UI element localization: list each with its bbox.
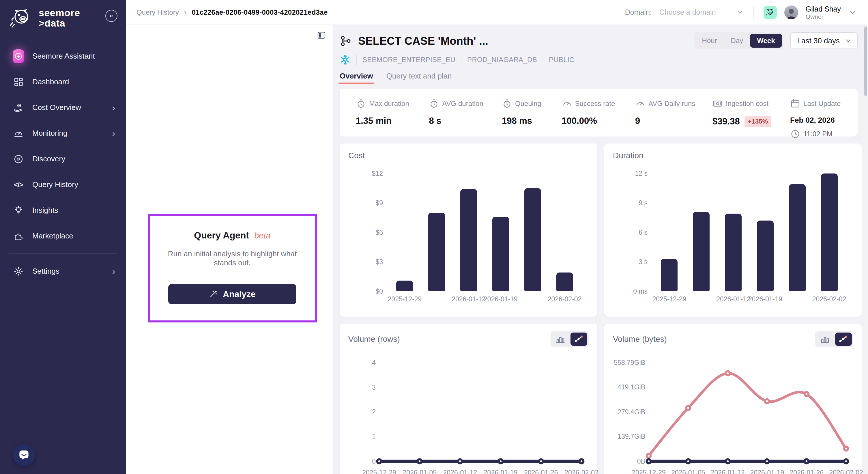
x-axis-tick: 2026-01-19 [742, 295, 788, 303]
stat-max-duration: Max duration1.35 min [356, 98, 429, 137]
x-axis-tick: 2025-12-29 [381, 295, 428, 303]
sidebar: seemore >data « Seemore Assistant Dashbo… [0, 0, 126, 474]
panel-collapse-icon[interactable] [317, 31, 326, 40]
analyze-button[interactable]: Analyze [168, 284, 297, 304]
sidebar-item-label: Monitoring [32, 129, 67, 138]
chart-title: Duration [613, 151, 644, 160]
bar-2026-01-26 [524, 188, 541, 291]
sidebar-item-label: Insights [32, 206, 58, 215]
y-axis-tick: 12 s [613, 170, 648, 178]
chart-title: Cost [348, 151, 365, 160]
breadcrumb-query-history[interactable]: Query History [136, 8, 179, 17]
stat-last-update: Last UpdateFeb 02, 202611:02 PM [790, 98, 858, 137]
bar-2026-01-19 [492, 217, 509, 291]
sidebar-item-monitoring[interactable]: Monitoring › [0, 120, 126, 146]
bar-2025-12-29 [396, 280, 413, 291]
breadcrumb-chevron-icon: › [184, 8, 187, 17]
chart-card-duration: Duration12 s9 s6 s3 s0 ms2025-12-292026-… [604, 144, 862, 317]
y-axis-tick: 6 s [613, 229, 648, 236]
stat-avg-daily-runs: AVG Daily runs9 [635, 98, 712, 137]
user-role: Owner [806, 13, 841, 20]
database-name: PROD_NIAGARA_DB [467, 56, 537, 64]
granularity-hour-button[interactable]: Hour [695, 34, 724, 48]
user-menu-chevron-icon[interactable] [848, 8, 857, 17]
chart-type-toggle [815, 331, 853, 347]
sidebar-item-settings[interactable]: Settings › [0, 258, 126, 284]
x-axis-tick: 2026-02-02 [806, 295, 852, 303]
user-avatar[interactable] [784, 5, 798, 19]
chat-widget-button[interactable] [13, 444, 35, 466]
clock-icon [790, 129, 801, 139]
sidebar-item-insights[interactable]: Insights [0, 198, 126, 223]
sidebar-item-dashboard[interactable]: Dashboard [0, 69, 126, 95]
scrollbar-thumb[interactable] [864, 27, 867, 96]
sidebar-item-cost-overview[interactable]: Cost Overview › [0, 95, 126, 120]
bar-2026-01-05 [428, 213, 445, 291]
tab-query-text-and-plan[interactable]: Query text and plan [386, 71, 452, 84]
detail-tabs: OverviewQuery text and plan [340, 71, 858, 84]
workspace-icon[interactable] [764, 6, 777, 19]
stat-label: Queuing [515, 99, 541, 108]
y-axis-tick: $3 [348, 258, 383, 266]
user-info[interactable]: Gilad Shay Owner [806, 5, 841, 20]
stat-success-rate: Success rate100.00% [562, 98, 635, 137]
domain-label: Domain: [625, 8, 652, 17]
x-axis-tick: 2026-02-02 [823, 469, 868, 474]
discovery-icon [13, 153, 24, 165]
schema-name: PUBLIC [549, 56, 575, 64]
domain-select[interactable]: Choose a domain [659, 8, 744, 17]
stat-value: Feb 02, 2026 [790, 116, 858, 125]
chart-plot-area: 432102025-12-292026-01-052026-01-122026-… [348, 347, 589, 474]
bar-2025-12-29 [661, 259, 678, 291]
sidebar-item-discovery[interactable]: Discovery [0, 146, 126, 172]
bar-chart-toggle-button[interactable] [817, 332, 833, 346]
analyze-button-label: Analyze [223, 289, 255, 299]
granularity-week-button[interactable]: Week [750, 34, 782, 48]
stopwatch-icon [429, 98, 439, 109]
meta-divider [543, 55, 543, 65]
chart-card-volume-rows-: Volume (rows) 432102025-12-292026-01-052… [340, 324, 597, 474]
bar-2026-02-02 [556, 272, 573, 291]
chart-card-cost: Cost$12$9$6$3$02025-12-292026-01-122026-… [340, 144, 597, 317]
sidebar-collapse-button[interactable]: « [105, 10, 118, 22]
brand-logo: seemore >data « [0, 0, 126, 30]
breadcrumb-query-id: 01c226ae-0206-0499-0003-4202021ed3ae [192, 8, 328, 17]
line-chart-toggle-button[interactable] [570, 332, 587, 346]
sidebar-item-query-history[interactable]: </> Query History [0, 172, 126, 198]
bar-chart-toggle-button[interactable] [552, 332, 569, 346]
settings-icon [13, 266, 24, 277]
y-axis-tick: $6 [348, 229, 383, 236]
sidebar-item-label: Settings [32, 267, 59, 276]
stopwatch-icon [356, 98, 366, 109]
line-chart-toggle-button[interactable] [835, 332, 852, 346]
insights-icon [13, 205, 24, 216]
query-history-icon: </> [13, 179, 24, 190]
top-header: Query History › 01c226ae-0206-0499-0003-… [126, 0, 868, 25]
sidebar-nav: Seemore Assistant Dashboard Cost Overvie… [0, 43, 126, 284]
bar-2026-02-02 [821, 174, 838, 291]
sidebar-item-label: Query History [32, 180, 78, 189]
chart-title: Volume (bytes) [613, 334, 667, 344]
x-axis-tick: 2026-01-26 [518, 469, 564, 474]
granularity-day-button[interactable]: Day [724, 34, 750, 48]
page-scrollbar[interactable] [863, 25, 868, 474]
date-range-value: Last 30 days [797, 36, 840, 45]
date-range-select[interactable]: Last 30 days [790, 32, 858, 49]
bar-2026-01-26 [789, 184, 806, 291]
chevron-right-icon: › [112, 103, 115, 113]
tab-overview[interactable]: Overview [340, 71, 373, 84]
bar-2026-01-12 [460, 189, 477, 291]
user-name: Gilad Shay [806, 5, 841, 13]
chevron-right-icon: › [112, 128, 115, 138]
pig-mascot-icon [8, 6, 35, 30]
bar-2026-01-19 [757, 220, 774, 291]
chart-type-toggle [551, 331, 589, 347]
sidebar-item-marketplace[interactable]: Marketplace [0, 223, 126, 249]
marketplace-icon [13, 230, 24, 242]
sidebar-item-seemore-assistant[interactable]: Seemore Assistant [0, 43, 126, 69]
query-agent-card: Query Agentbeta Run an initial analysis … [148, 214, 317, 322]
x-axis-tick: 2026-01-12 [437, 469, 483, 474]
stat-value: 9 [635, 116, 712, 126]
sidebar-item-label: Cost Overview [32, 103, 81, 112]
y-axis-tick: $0 [348, 288, 383, 295]
